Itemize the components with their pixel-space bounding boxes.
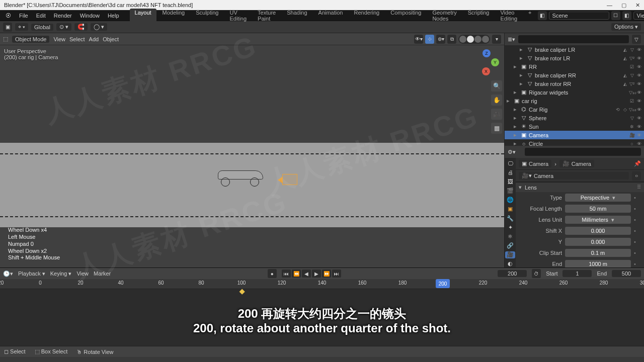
animate-key-icon[interactable]: • bbox=[634, 250, 640, 256]
playhead[interactable]: 200 bbox=[436, 279, 450, 288]
start-frame-field[interactable]: 1 bbox=[562, 270, 592, 277]
tl-menu-marker[interactable]: Marker bbox=[94, 270, 111, 277]
pan-icon[interactable]: ✋ bbox=[491, 95, 502, 106]
outliner-row[interactable]: ▸▽brake rotor RR◭▽²👁 bbox=[505, 79, 644, 88]
scene-browse-icon[interactable]: ◧ bbox=[538, 11, 547, 20]
snap-toggle[interactable]: 🧲 bbox=[74, 23, 88, 31]
menu-edit[interactable]: Edit bbox=[33, 12, 49, 20]
outliner-toggle-icon[interactable]: ▽ bbox=[629, 47, 635, 52]
gizmo-toggle-icon[interactable]: ⊹ bbox=[425, 35, 434, 44]
tab-output-icon[interactable]: 🖨 bbox=[505, 169, 515, 176]
menu-render[interactable]: Render bbox=[50, 12, 75, 20]
vp-menu-add[interactable]: Add bbox=[89, 36, 99, 42]
datablock-new-icon[interactable]: ○ bbox=[632, 171, 641, 180]
outliner-search[interactable] bbox=[518, 35, 629, 43]
tab-material-icon[interactable]: ◐ bbox=[505, 260, 515, 267]
transform-orientation[interactable]: Global bbox=[31, 24, 53, 31]
axis-z-icon[interactable]: Z bbox=[482, 49, 491, 57]
navigation-gizmo[interactable]: Z Y X bbox=[475, 49, 498, 72]
disclosure-icon[interactable]: ▸ bbox=[514, 115, 519, 121]
outliner-toggle-icon[interactable]: 👁 bbox=[636, 141, 642, 146]
jump-prev-key-icon[interactable]: ⏪ bbox=[292, 269, 301, 278]
outliner-toggle-icon[interactable]: 👁 bbox=[636, 47, 642, 52]
workspace-tab-layout[interactable]: Layout bbox=[130, 9, 156, 23]
tl-menu-view[interactable]: View bbox=[76, 270, 89, 277]
mode-selector[interactable]: Object Mode bbox=[12, 36, 49, 43]
animate-key-icon[interactable]: • bbox=[634, 206, 640, 212]
cursor-tool-icon[interactable]: ▣ bbox=[3, 23, 12, 32]
outliner-toggle-icon[interactable]: 👁 bbox=[636, 116, 642, 121]
outliner-toggle-icon[interactable]: ▽₆₈ bbox=[629, 107, 635, 112]
property-value-field[interactable]: 0.1 m bbox=[565, 249, 631, 257]
tab-render-icon[interactable]: 🖵 bbox=[505, 160, 515, 167]
play-icon[interactable]: ▶ bbox=[312, 269, 321, 278]
viewport-3d[interactable]: User Perspective (200) car rig | Camera … bbox=[0, 45, 504, 267]
outliner-toggle-icon[interactable]: 👁 bbox=[636, 107, 642, 112]
timeline-body[interactable] bbox=[0, 289, 644, 346]
disclosure-icon[interactable]: ▸ bbox=[514, 89, 519, 96]
tab-scene-icon[interactable]: 🎬 bbox=[505, 188, 515, 195]
outliner-row[interactable]: ▸▣car rig☑👁 bbox=[505, 97, 644, 105]
outliner-toggle-icon[interactable]: 👁 bbox=[636, 81, 642, 86]
workspace-tab-uv[interactable]: UV Editing bbox=[224, 9, 252, 23]
outliner-row[interactable]: ▸⌬Car Rig⟲◇▽₆₈👁 bbox=[505, 105, 644, 114]
end-frame-field[interactable]: 500 bbox=[612, 270, 641, 277]
jump-end-icon[interactable]: ⏭ bbox=[332, 269, 341, 278]
outliner-toggle-icon[interactable]: ☑ bbox=[629, 64, 635, 69]
xray-toggle-icon[interactable]: ⧉ bbox=[447, 35, 456, 44]
tab-particles-icon[interactable]: ✦ bbox=[505, 224, 515, 231]
outliner-row[interactable]: ▸▣Camera🎥👁 bbox=[505, 131, 644, 139]
outliner-toggle-icon[interactable]: 👁 bbox=[636, 73, 642, 78]
play-reverse-icon[interactable]: ◀ bbox=[302, 269, 311, 278]
viewlayer-browse-icon[interactable]: ◧ bbox=[622, 11, 631, 20]
axis-x-icon[interactable]: X bbox=[482, 67, 490, 75]
workspace-tab-modeling[interactable]: Modeling bbox=[157, 9, 190, 23]
workspace-tab-shading[interactable]: Shading bbox=[282, 9, 312, 23]
disclosure-icon[interactable]: ▸ bbox=[520, 80, 525, 87]
jump-next-key-icon[interactable]: ⏩ bbox=[322, 269, 331, 278]
timeline-ruler[interactable]: -200204060801001201401601802002202402602… bbox=[0, 279, 644, 289]
menu-help[interactable]: Help bbox=[104, 12, 123, 20]
outliner-row[interactable]: ▸▣Rigacar widgets▽₁₀👁 bbox=[505, 88, 644, 97]
datablock-field[interactable]: 🎥▾ Camera bbox=[519, 172, 629, 179]
disclosure-icon[interactable]: ▸ bbox=[520, 46, 525, 53]
property-value-field[interactable]: 0.000 bbox=[565, 238, 631, 246]
outliner-toggle-icon[interactable]: 👁 bbox=[636, 124, 642, 129]
tl-menu-playback[interactable]: Playback ▾ bbox=[18, 270, 45, 277]
tab-world-icon[interactable]: 🌐 bbox=[505, 197, 515, 204]
workspace-tab-texture[interactable]: Texture Paint bbox=[253, 9, 281, 23]
perspective-toggle-icon[interactable]: ▦ bbox=[491, 123, 502, 134]
outliner-toggle-icon[interactable]: ◭ bbox=[622, 56, 628, 61]
breadcrumb-data[interactable]: 🎥 Camera bbox=[559, 160, 594, 167]
shading-mode-selector[interactable] bbox=[458, 35, 490, 44]
vp-menu-object[interactable]: Object bbox=[103, 36, 119, 42]
close-icon[interactable]: ✕ bbox=[635, 2, 640, 9]
axis-y-icon[interactable]: Y bbox=[491, 58, 499, 66]
minimize-icon[interactable]: — bbox=[607, 2, 612, 9]
outliner-toggle-icon[interactable]: 👁 bbox=[636, 64, 642, 69]
outliner-toggle-icon[interactable]: 👁 bbox=[636, 90, 642, 95]
outliner-toggle-icon[interactable]: ⟲ bbox=[615, 107, 621, 112]
tab-viewlayer-icon[interactable]: 🖼 bbox=[505, 178, 515, 185]
workspace-add-icon[interactable]: + bbox=[523, 9, 536, 23]
property-value-field[interactable]: Millimeters bbox=[565, 216, 631, 224]
camera-object[interactable] bbox=[282, 174, 297, 185]
animate-key-icon[interactable]: • bbox=[634, 239, 640, 245]
proportional-edit[interactable]: ◯ ▾ bbox=[91, 23, 107, 31]
outliner-row[interactable]: ▸▽brake caliper LR◭▽👁 bbox=[505, 45, 644, 54]
tab-physics-icon[interactable]: ⚛ bbox=[505, 233, 515, 240]
keyframe-icon[interactable] bbox=[239, 289, 245, 295]
vp-menu-select[interactable]: Select bbox=[69, 36, 85, 42]
property-value-field[interactable]: 0.000 bbox=[565, 227, 631, 235]
outliner-row[interactable]: ▸☀Sun✲👁 bbox=[505, 122, 644, 131]
tab-object-icon[interactable]: ▣ bbox=[505, 206, 515, 213]
current-frame-field[interactable]: 200 bbox=[498, 270, 527, 277]
outliner-toggle-icon[interactable]: ▽ bbox=[629, 116, 635, 121]
disclosure-icon[interactable]: ▸ bbox=[520, 72, 525, 78]
tab-modifier-icon[interactable]: 🔧 bbox=[505, 215, 515, 222]
animate-key-icon[interactable]: • bbox=[634, 195, 640, 201]
outliner-toggle-icon[interactable]: 🎥 bbox=[629, 133, 635, 138]
disclosure-icon[interactable]: ▸ bbox=[514, 106, 519, 113]
animate-key-icon[interactable]: • bbox=[634, 217, 640, 223]
maximize-icon[interactable]: ▢ bbox=[621, 2, 626, 9]
